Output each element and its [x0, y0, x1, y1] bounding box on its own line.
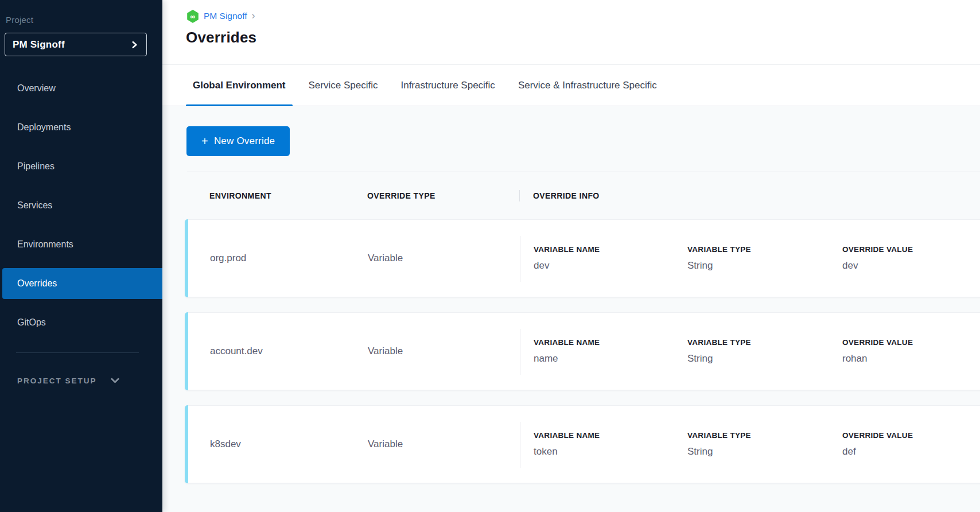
variable-name-value: dev [534, 260, 687, 271]
table-header-row: ENVIRONMENT OVERRIDE TYPE OVERRIDE INFO [185, 172, 980, 219]
column-divider [519, 190, 520, 201]
chevron-down-icon [111, 378, 119, 383]
variable-type-label: VARIABLE TYPE [687, 338, 842, 347]
sidebar-divider [16, 352, 139, 353]
sidebar-item-pipelines[interactable]: Pipelines [0, 154, 162, 179]
main-content: ∞ PM Signoff › Overrides Global Environm… [162, 0, 980, 512]
sidebar-item-label: Overview [17, 83, 56, 94]
row-environment: account.dev [210, 313, 263, 390]
variable-name-value: token [534, 446, 687, 457]
project-selector[interactable]: PM Signoff [5, 33, 147, 56]
sidebar-item-deployments[interactable]: Deployments [0, 115, 162, 140]
override-value-label: OVERRIDE VALUE [842, 245, 913, 254]
override-value-value: rohan [842, 353, 913, 364]
new-override-button-label: New Override [214, 135, 275, 147]
tab-global-environment[interactable]: Global Environment [193, 65, 286, 106]
variable-name-label: VARIABLE NAME [534, 431, 687, 440]
sidebar: Project PM Signoff Overview Deployments … [0, 0, 162, 512]
override-row[interactable]: org.prod Variable VARIABLE NAME dev VARI… [185, 219, 980, 297]
override-value-label: OVERRIDE VALUE [842, 431, 913, 440]
info-divider [520, 236, 520, 282]
variable-type-label: VARIABLE TYPE [687, 431, 842, 440]
sidebar-item-label: GitOps [17, 317, 46, 328]
variable-name-label: VARIABLE NAME [534, 245, 687, 254]
variable-name-value: name [534, 353, 687, 364]
tab-label: Service & Infrastructure Specific [518, 80, 657, 91]
info-divider [520, 329, 520, 375]
column-header-environment: ENVIRONMENT [209, 172, 271, 219]
override-value-value: def [842, 446, 913, 457]
breadcrumb-project-link[interactable]: PM Signoff [204, 11, 247, 21]
row-override-type: Variable [368, 220, 403, 297]
override-value-value: dev [842, 260, 913, 271]
tab-infrastructure-specific[interactable]: Infrastructure Specific [400, 65, 495, 106]
row-override-type: Variable [368, 313, 403, 390]
sidebar-item-overrides[interactable]: Overrides [2, 268, 162, 299]
row-environment: org.prod [210, 220, 246, 297]
info-divider [520, 422, 520, 468]
tab-service-specific[interactable]: Service Specific [309, 65, 378, 106]
column-header-override-info: OVERRIDE INFO [533, 172, 600, 219]
tab-label: Service Specific [309, 80, 378, 91]
sidebar-item-label: Pipelines [17, 161, 55, 172]
tab-bar: Global Environment Service Specific Infr… [162, 64, 980, 106]
row-override-info: VARIABLE NAME dev VARIABLE TYPE String O… [534, 220, 913, 297]
variable-type-value: String [687, 353, 842, 364]
sidebar-item-overview[interactable]: Overview [0, 76, 162, 101]
tab-label: Global Environment [193, 80, 286, 91]
row-environment: k8sdev [210, 406, 241, 483]
tab-label: Infrastructure Specific [400, 80, 495, 91]
variable-type-label: VARIABLE TYPE [687, 245, 842, 254]
variable-type-value: String [687, 260, 842, 271]
page-header: ∞ PM Signoff › Overrides [162, 0, 980, 64]
sidebar-item-label: Environments [17, 239, 73, 250]
sidebar-item-services[interactable]: Services [0, 193, 162, 218]
overrides-panel: + New Override ENVIRONMENT OVERRIDE TYPE… [162, 106, 980, 512]
row-override-info: VARIABLE NAME token VARIABLE TYPE String… [534, 406, 913, 483]
project-setup-section[interactable]: PROJECT SETUP [17, 373, 119, 388]
project-setup-label: PROJECT SETUP [17, 377, 97, 385]
svg-text:∞: ∞ [190, 12, 196, 20]
plus-icon: + [201, 135, 208, 147]
sidebar-item-environments[interactable]: Environments [0, 232, 162, 257]
row-override-type: Variable [368, 406, 403, 483]
override-value-label: OVERRIDE VALUE [842, 338, 913, 347]
column-header-override-type: OVERRIDE TYPE [367, 172, 435, 219]
variable-name-label: VARIABLE NAME [534, 338, 687, 347]
row-accent-bar [185, 219, 188, 297]
new-override-button[interactable]: + New Override [186, 126, 290, 156]
cd-module-icon: ∞ [186, 10, 199, 23]
row-accent-bar [185, 405, 188, 483]
override-row[interactable]: account.dev Variable VARIABLE NAME name … [185, 312, 980, 390]
row-accent-bar [185, 312, 188, 390]
chevron-right-icon: › [252, 10, 255, 22]
variable-type-value: String [687, 446, 842, 457]
project-label: Project [6, 15, 33, 25]
sidebar-item-gitops[interactable]: GitOps [0, 310, 162, 335]
page-title: Overrides [186, 29, 256, 46]
sidebar-item-label: Services [17, 200, 52, 211]
override-row[interactable]: k8sdev Variable VARIABLE NAME token VARI… [185, 405, 980, 483]
row-override-info: VARIABLE NAME name VARIABLE TYPE String … [534, 313, 913, 390]
project-selector-value: PM Signoff [13, 39, 65, 51]
sidebar-item-label: Deployments [17, 122, 71, 133]
tab-service-infrastructure-specific[interactable]: Service & Infrastructure Specific [518, 65, 657, 106]
sidebar-item-label: Overrides [17, 278, 57, 289]
breadcrumb: ∞ PM Signoff › [186, 9, 255, 23]
chevron-right-icon [131, 41, 138, 49]
